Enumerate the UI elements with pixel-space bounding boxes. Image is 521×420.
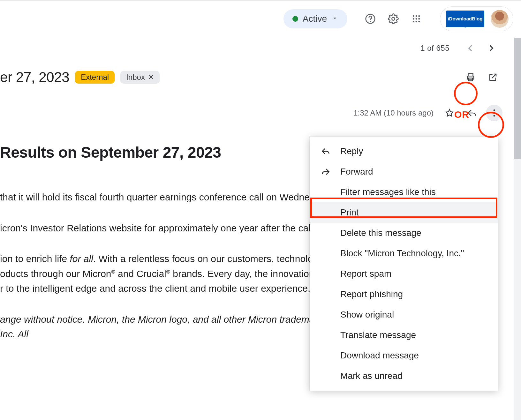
forward-icon [319, 167, 332, 176]
inbox-chip-label: Inbox [126, 73, 145, 82]
menu-report-phishing[interactable]: Report phishing [310, 284, 498, 304]
apps-grid-button[interactable] [407, 10, 425, 28]
svg-point-14 [494, 109, 495, 111]
more-options-button[interactable] [486, 105, 502, 121]
svg-point-2 [392, 17, 395, 20]
menu-reply[interactable]: Reply [310, 141, 498, 161]
menu-block[interactable]: Block "Micron Technology, Inc." [310, 243, 498, 264]
avatar[interactable] [491, 10, 509, 28]
svg-point-4 [416, 15, 417, 17]
svg-point-11 [418, 21, 420, 22]
svg-point-8 [418, 18, 420, 19]
menu-delete[interactable]: Delete this message [310, 223, 498, 243]
svg-point-3 [413, 15, 414, 17]
external-chip: External [75, 71, 115, 84]
menu-download[interactable]: Download message [310, 345, 498, 366]
annotation-or-label: OR [454, 109, 469, 120]
menu-filter[interactable]: Filter messages like this [310, 182, 498, 202]
svg-point-10 [416, 21, 417, 22]
status-dot-icon [292, 16, 298, 22]
inbox-chip[interactable]: Inbox ✕ [120, 71, 160, 84]
more-options-menu: Reply Forward Filter messages like this … [310, 137, 498, 391]
email-timestamp: 1:32 AM (10 hours ago) [353, 109, 434, 117]
svg-point-6 [413, 18, 414, 19]
scrollbar-thumb[interactable] [514, 38, 521, 159]
menu-mark-unread[interactable]: Mark as unread [310, 366, 498, 386]
status-label: Active [303, 14, 327, 24]
pager-count: 1 of 655 [420, 44, 449, 53]
app-header: Active iDownloadBlog [0, 0, 521, 37]
menu-translate[interactable]: Translate message [310, 325, 498, 345]
svg-point-16 [494, 115, 495, 116]
email-title-row: er 27, 2023 External Inbox ✕ [0, 59, 521, 86]
settings-button[interactable] [384, 10, 402, 28]
status-pill[interactable]: Active [283, 9, 347, 28]
email-subject-fragment: er 27, 2023 [0, 69, 69, 85]
menu-report-spam[interactable]: Report spam [310, 264, 498, 284]
menu-show-original[interactable]: Show original [310, 304, 498, 325]
chevron-down-icon [331, 15, 338, 23]
menu-forward[interactable]: Forward [310, 161, 498, 182]
reply-icon [319, 147, 332, 156]
pager-next-button[interactable] [483, 40, 500, 57]
svg-point-15 [494, 112, 495, 114]
svg-point-5 [418, 15, 420, 17]
brand-logo: iDownloadBlog [446, 11, 484, 27]
menu-forward-label: Forward [340, 167, 373, 177]
close-icon[interactable]: ✕ [148, 73, 154, 81]
svg-point-9 [413, 21, 414, 22]
brand-logo-text: iDownloadBlog [448, 16, 482, 21]
pager-prev-button[interactable] [462, 40, 479, 57]
print-button[interactable] [462, 69, 479, 86]
open-new-window-button[interactable] [485, 69, 501, 86]
svg-point-1 [370, 21, 371, 22]
menu-print[interactable]: Print [310, 202, 498, 223]
help-button[interactable] [361, 10, 379, 28]
menu-reply-label: Reply [340, 146, 363, 156]
svg-point-7 [416, 18, 417, 19]
pager: 1 of 655 [0, 37, 521, 59]
account-switcher[interactable]: iDownloadBlog [440, 6, 513, 31]
email-meta-row: 1:32 AM (10 hours ago) [0, 86, 521, 121]
